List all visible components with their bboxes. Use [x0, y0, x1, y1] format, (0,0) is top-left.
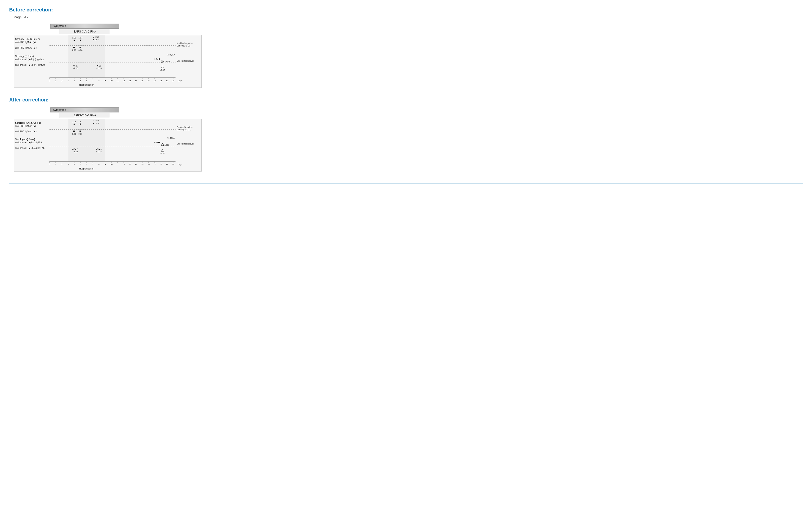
after-anti-rbdg: anti-RBD IgG Ab (▲): [15, 130, 36, 133]
after-q1024: □1:1024: [167, 137, 175, 139]
after-tick-label-9: 9: [105, 163, 106, 165]
after-anti-rbdm: anti-RBD IgM Ab (■): [15, 125, 36, 127]
tick-label-13: 13: [129, 80, 131, 82]
tick-label-5: 5: [80, 80, 81, 82]
before-qd-d45-val: <1:16: [73, 67, 78, 69]
after-symptoms-bar: Symptoms: [50, 108, 119, 113]
after-tick-label-19: 19: [166, 163, 168, 165]
after-tick-label-20: 20: [172, 163, 174, 165]
before-sq-d5: [80, 47, 81, 48]
before-sq-d4: [73, 47, 75, 48]
before-q3-val: <1:16: [160, 69, 165, 71]
after-undetectable: Undetectable level: [177, 143, 194, 145]
before-title: Before correction:: [9, 7, 803, 13]
before-correction-section: Before correction: Page 512 Symptoms SAR…: [9, 7, 803, 88]
before-q164-sq: [159, 58, 160, 60]
tick-label-7: 7: [92, 80, 93, 82]
after-tick-label-11: 11: [116, 163, 119, 165]
after-tick-label-5: 5: [80, 163, 81, 165]
before-sars-label: SARS-CoV-2 RNA: [60, 29, 110, 34]
tick-label-12: 12: [123, 80, 125, 82]
tick-label-16: 16: [147, 80, 150, 82]
after-anti-ph2: anti-phase I (▲)/II(△) IgG Ab: [15, 147, 45, 149]
after-tick-label-7: 7: [92, 163, 93, 165]
tick-label-14: 14: [135, 80, 137, 82]
before-qd-d89-val: <1:16: [96, 67, 102, 69]
after-sars-bar: SARS-CoV-2 RNA: [60, 113, 110, 118]
before-076-d4: 0.76: [72, 49, 76, 51]
after-days-label: Days: [178, 163, 183, 165]
after-qd-d89-val: <1:16: [96, 150, 102, 153]
after-chart: Symptoms SARS-CoV-2 RNA Serology (SARS-C…: [14, 108, 202, 172]
before-sars-bar: SARS-CoV-2 RNA: [60, 29, 110, 34]
before-chart-svg-wrapper: Serology (SARS-CoV-2) anti-RBD IgM Ab (■…: [14, 35, 202, 88]
after-tick-label-16: 16: [147, 163, 150, 165]
after-q3-val: <1:16: [160, 152, 165, 155]
before-dp-195-sym: ▲: [73, 39, 76, 41]
after-q164-sq: [158, 142, 160, 143]
page-label: Page 512: [14, 15, 803, 19]
tick-label-11: 11: [116, 80, 119, 82]
after-chart-svg: Serology (SARS-CoV-2) anti-RBD IgM Ab (■…: [14, 119, 202, 172]
before-q1024: □1:1,024: [167, 54, 175, 56]
after-tick-label-10: 10: [110, 163, 113, 165]
before-undetectable: Undetectable level: [177, 60, 194, 62]
before-days-label: Days: [178, 80, 183, 82]
after-tick-label-13: 13: [129, 163, 131, 165]
after-tick-label-14: 14: [135, 163, 137, 165]
before-anti-rbdm: anti-RBD IgM Ab (■): [15, 41, 36, 43]
tick-label-0: 0: [49, 80, 50, 82]
after-pos-neg: Positive/Negative: [177, 126, 193, 128]
after-tick-label-8: 8: [98, 163, 99, 165]
tick-label-19: 19: [166, 80, 168, 82]
hosp-region: [68, 35, 105, 78]
before-symptoms-label: Symptoms: [50, 24, 119, 29]
after-dp-195-sym: ▲: [73, 123, 76, 125]
after-076-d4: 0.76: [72, 133, 76, 135]
after-tick-label-1: 1: [55, 163, 56, 165]
after-serology-sars-header: Serology (SARS-CoV-2): [15, 122, 41, 124]
after-chart-svg-wrapper: Serology (SARS-CoV-2) anti-RBD IgM Ab (■…: [14, 119, 202, 172]
tick-label-15: 15: [141, 80, 143, 82]
before-dp-157-sym: ▲: [79, 39, 82, 41]
before-cutoff: Cut off (OD 1.1): [177, 45, 191, 47]
before-qd-d89: ■□△: [97, 65, 101, 67]
before-serology-sars-header: Serology (SARS-CoV-2): [15, 38, 40, 40]
after-tick-label-15: 15: [141, 163, 143, 165]
before-chart-svg: Serology (SARS-CoV-2) anti-RBD IgM Ab (■…: [14, 35, 202, 88]
tick-label-17: 17: [153, 80, 156, 82]
before-tri2-d19: [161, 66, 164, 68]
after-serology-qfever: Serology (Q fever): [15, 138, 35, 141]
after-tick-label-2: 2: [61, 163, 62, 165]
after-correction-section: After correction: Symptoms SARS-CoV-2 RN…: [9, 97, 803, 172]
before-hosp-label: Hospitalization: [79, 84, 94, 86]
before-chart: Symptoms SARS-CoV-2 RNA Serology (SARS-C…: [14, 24, 202, 88]
tick-label-3: 3: [67, 80, 68, 82]
tick-label-8: 8: [98, 80, 99, 82]
before-pos-neg: Positive/Negative: [177, 42, 193, 44]
after-q164-val: 1:64: [154, 141, 158, 144]
bottom-divider: [9, 183, 803, 183]
before-anti-ph1: anti-phase I (■)/II (□) IgM Ab: [15, 58, 44, 61]
after-title: After correction:: [9, 97, 803, 103]
after-sars-label: SARS-CoV-2 RNA: [60, 113, 110, 118]
after-dp-195b: ■ 1.95: [93, 122, 98, 125]
before-dp-195b: ■ 1.95: [93, 38, 98, 41]
before-076-d5: 0.76: [78, 49, 83, 51]
after-cutoff: Cut off (OD 1.1): [177, 128, 191, 131]
after-tri2-d19: [161, 149, 164, 151]
after-tick-label-17: 17: [153, 163, 156, 165]
after-sq-d4: [73, 130, 75, 132]
before-serology-qfever: Serology (Q fever): [15, 55, 34, 58]
tick-label-10: 10: [110, 80, 113, 82]
after-hosp-label: Hospitalization: [79, 168, 94, 170]
before-dp-235: ▲ 2.35: [93, 36, 99, 38]
after-tick-label-12: 12: [123, 163, 125, 165]
after-tick-label-3: 3: [67, 163, 68, 165]
after-dp-235: ▲ 2.35: [93, 120, 99, 122]
after-qd-d45-val: <1:16: [73, 150, 78, 153]
after-tick-label-0: 0: [49, 163, 50, 165]
after-symptoms-label: Symptoms: [50, 108, 119, 113]
after-tick-label-18: 18: [160, 163, 162, 165]
tick-label-20: 20: [172, 80, 174, 82]
